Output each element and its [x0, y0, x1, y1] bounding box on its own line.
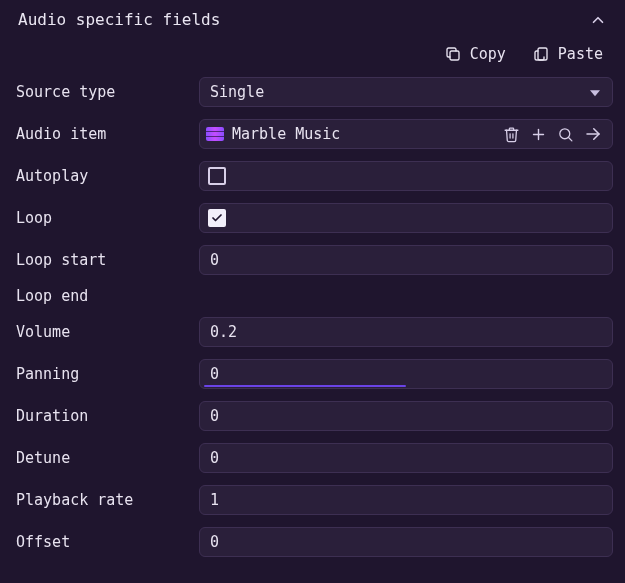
label-playback-rate: Playback rate — [12, 491, 187, 509]
autoplay-checkbox[interactable] — [208, 167, 226, 185]
offset-input[interactable]: 0 — [199, 527, 613, 557]
fields-list: Source type Single Audio item Marble Mus… — [0, 73, 625, 567]
label-source-type: Source type — [12, 83, 187, 101]
svg-rect-1 — [538, 48, 547, 60]
label-audio-item: Audio item — [12, 125, 187, 143]
panel-toolbar: Copy Paste — [0, 35, 625, 73]
source-type-select[interactable]: Single — [199, 77, 613, 107]
row-volume: Volume 0.2 — [12, 317, 613, 347]
paste-button[interactable]: Paste — [532, 45, 603, 63]
svg-line-5 — [569, 137, 572, 140]
row-duration: Duration 0 — [12, 401, 613, 431]
loop-field[interactable] — [199, 203, 613, 233]
loop-checkbox[interactable] — [208, 209, 226, 227]
row-audio-item: Audio item Marble Music — [12, 119, 613, 149]
copy-button[interactable]: Copy — [444, 45, 506, 63]
label-autoplay: Autoplay — [12, 167, 187, 185]
label-detune: Detune — [12, 449, 187, 467]
row-autoplay: Autoplay — [12, 161, 613, 191]
playback-rate-input[interactable]: 1 — [199, 485, 613, 515]
row-loop-end: Loop end — [12, 287, 613, 305]
playback-rate-value: 1 — [210, 491, 602, 509]
source-type-value: Single — [210, 83, 602, 101]
audio-item-actions — [503, 125, 602, 143]
row-loop: Loop — [12, 203, 613, 233]
label-loop-start: Loop start — [12, 251, 187, 269]
row-panning: Panning 0 — [12, 359, 613, 389]
audio-specific-fields-panel: Audio specific fields Copy Paste Source … — [0, 0, 625, 567]
trash-icon[interactable] — [503, 126, 520, 143]
arrow-right-icon[interactable] — [584, 125, 602, 143]
row-detune: Detune 0 — [12, 443, 613, 473]
duration-input[interactable]: 0 — [199, 401, 613, 431]
copy-icon — [444, 45, 462, 63]
loop-start-value: 0 — [210, 251, 602, 269]
label-offset: Offset — [12, 533, 187, 551]
copy-label: Copy — [470, 45, 506, 63]
label-loop-end: Loop end — [12, 287, 187, 305]
label-loop: Loop — [12, 209, 187, 227]
volume-input[interactable]: 0.2 — [199, 317, 613, 347]
label-volume: Volume — [12, 323, 187, 341]
svg-point-4 — [560, 128, 570, 138]
row-offset: Offset 0 — [12, 527, 613, 557]
row-playback-rate: Playback rate 1 — [12, 485, 613, 515]
row-source-type: Source type Single — [12, 77, 613, 107]
label-panning: Panning — [12, 365, 187, 383]
panel-header[interactable]: Audio specific fields — [0, 0, 625, 35]
loop-start-input[interactable]: 0 — [199, 245, 613, 275]
volume-value: 0.2 — [210, 323, 602, 341]
panning-input[interactable]: 0 — [199, 359, 613, 389]
duration-value: 0 — [210, 407, 602, 425]
panning-value: 0 — [210, 365, 602, 383]
paste-label: Paste — [558, 45, 603, 63]
panning-progress — [204, 385, 406, 387]
offset-value: 0 — [210, 533, 602, 551]
audio-item-value: Marble Music — [232, 125, 495, 143]
row-loop-start: Loop start 0 — [12, 245, 613, 275]
autoplay-field[interactable] — [199, 161, 613, 191]
label-duration: Duration — [12, 407, 187, 425]
search-icon[interactable] — [557, 126, 574, 143]
paste-icon — [532, 45, 550, 63]
detune-value: 0 — [210, 449, 602, 467]
waveform-icon — [206, 127, 224, 141]
detune-input[interactable]: 0 — [199, 443, 613, 473]
collapse-icon[interactable] — [589, 11, 607, 29]
svg-rect-0 — [450, 51, 459, 60]
audio-item-field[interactable]: Marble Music — [199, 119, 613, 149]
panel-title: Audio specific fields — [18, 10, 220, 29]
plus-icon[interactable] — [530, 126, 547, 143]
